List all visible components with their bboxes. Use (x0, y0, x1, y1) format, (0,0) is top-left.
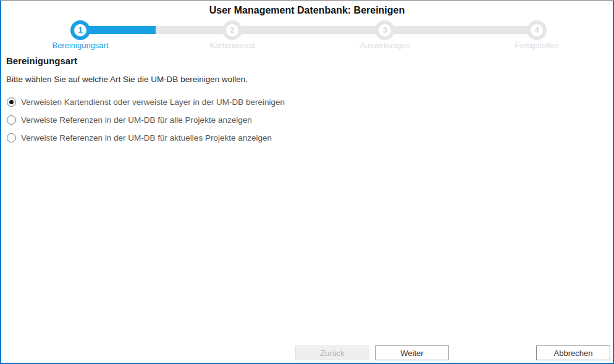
wizard-dialog: User Management Datenbank: Bereinigen 1 … (0, 0, 614, 364)
step-label-kartendienst: Kartendienst (170, 41, 294, 50)
step-circle-auswirkungen: 3 (375, 20, 395, 40)
step-label-fertigstellen: Fertigstellen (475, 41, 599, 50)
step-number: 4 (534, 25, 539, 35)
radio-icon[interactable] (7, 97, 16, 107)
cancel-button[interactable]: Abbrechen (536, 345, 610, 360)
step-number: 3 (382, 25, 387, 35)
radio-option-label: Verweisten Kartendienst oder verweiste L… (21, 97, 285, 107)
step-progress-track (79, 26, 537, 34)
radio-icon[interactable] (7, 115, 16, 125)
radio-option-label: Verweiste Referenzen in der UM-DB für ak… (21, 133, 272, 143)
back-button[interactable]: Zurück (295, 345, 369, 360)
cleanup-option-group: Verweisten Kartendienst oder verweiste L… (7, 93, 285, 147)
radio-option-show-current-project[interactable]: Verweiste Referenzen in der UM-DB für ak… (7, 129, 285, 147)
radio-option-label: Verweiste Referenzen in der UM-DB für al… (21, 115, 252, 125)
step-circle-fertigstellen: 4 (527, 20, 547, 40)
instruction-text: Bitte wählen Sie auf welche Art Sie die … (6, 75, 248, 84)
step-number: 1 (78, 25, 82, 35)
step-label-auswirkungen: Auswirkungen (323, 41, 447, 50)
radio-dot (9, 100, 14, 104)
radio-option-cleanup-orphaned[interactable]: Verweisten Kartendienst oder verweiste L… (7, 93, 285, 111)
step-label-bereinigungsart: Bereinigungsart (19, 41, 142, 50)
step-progress-fill (79, 26, 156, 34)
next-button[interactable]: Weiter (375, 345, 449, 360)
step-number: 2 (230, 25, 234, 35)
radio-option-show-all-projects[interactable]: Verweiste Referenzen in der UM-DB für al… (7, 111, 285, 129)
radio-icon[interactable] (7, 133, 16, 143)
dialog-title: User Management Datenbank: Bereinigen (1, 5, 613, 16)
step-circle-bereinigungsart: 1 (70, 20, 90, 40)
step-circle-kartendienst: 2 (222, 20, 242, 40)
page-title: Bereinigungsart (6, 56, 77, 66)
